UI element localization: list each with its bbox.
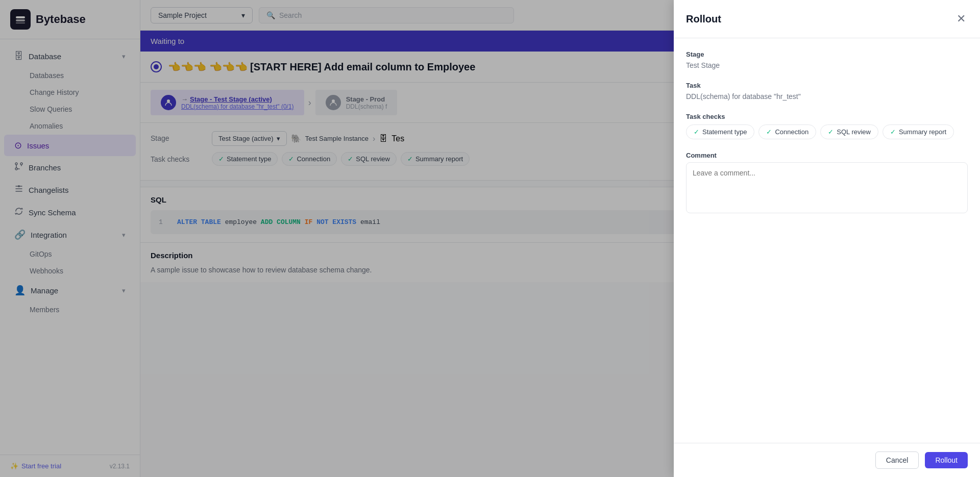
- modal-check-icon-3: ✓: [828, 128, 834, 136]
- modal-comment-label: Comment: [686, 152, 968, 159]
- modal-check-statement-type: ✓ Statement type: [686, 124, 754, 139]
- modal-check-connection: ✓ Connection: [758, 124, 816, 139]
- modal-header: Rollout ✕: [674, 0, 980, 38]
- modal-checks: ✓ Statement type ✓ Connection ✓ SQL revi…: [686, 124, 968, 139]
- modal-overlay: Rollout ✕ Stage Test Stage Task DDL(sche…: [0, 0, 980, 477]
- modal-stage-label: Stage: [686, 51, 968, 58]
- modal-panel: Rollout ✕ Stage Test Stage Task DDL(sche…: [674, 0, 980, 477]
- modal-footer: Cancel Rollout: [674, 443, 980, 477]
- rollout-button[interactable]: Rollout: [925, 452, 968, 468]
- modal-check-icon-1: ✓: [694, 128, 699, 136]
- modal-task-checks-label: Task checks: [686, 113, 968, 120]
- modal-check-summary-report: ✓ Summary report: [883, 124, 954, 139]
- modal-close-button[interactable]: ✕: [954, 10, 968, 28]
- modal-field-task: Task DDL(schema) for database "hr_test": [686, 82, 968, 101]
- modal-check-icon-4: ✓: [890, 128, 896, 136]
- cancel-button[interactable]: Cancel: [875, 451, 919, 469]
- modal-task-value: DDL(schema) for database "hr_test": [686, 92, 968, 101]
- modal-field-task-checks: Task checks ✓ Statement type ✓ Connectio…: [686, 113, 968, 139]
- modal-check-icon-2: ✓: [766, 128, 772, 136]
- modal-field-comment: Comment: [686, 152, 968, 215]
- modal-stage-value: Test Stage: [686, 61, 968, 69]
- modal-body: Stage Test Stage Task DDL(schema) for da…: [674, 38, 980, 443]
- modal-title: Rollout: [686, 13, 721, 25]
- modal-field-stage: Stage Test Stage: [686, 51, 968, 69]
- comment-textarea[interactable]: [686, 162, 968, 213]
- modal-check-sql-review: ✓ SQL review: [820, 124, 878, 139]
- modal-task-label: Task: [686, 82, 968, 89]
